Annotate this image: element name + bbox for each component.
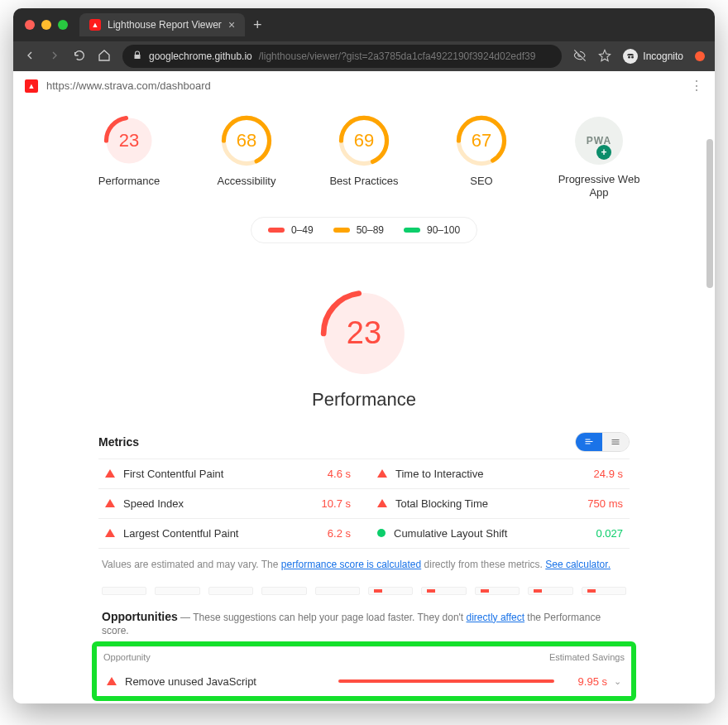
plus-icon: + [596, 145, 611, 160]
view-expanded-button[interactable] [576, 433, 602, 451]
window-controls [20, 20, 68, 30]
metric-name: Cumulative Layout Shift [394, 527, 507, 540]
screenshot-thumb[interactable] [155, 587, 199, 595]
screenshot-thumb[interactable] [102, 587, 146, 595]
page-content: ▲ https://www.strava.com/dashboard ⋮ 23 … [13, 71, 715, 703]
eye-off-icon[interactable] [573, 49, 587, 65]
incognito-icon [623, 49, 638, 64]
forward-button[interactable] [48, 49, 61, 65]
big-gauge-value: 23 [318, 288, 410, 379]
metric-name: Largest Contentful Paint [123, 527, 238, 540]
score-accessibility[interactable]: 68 Accessibility [205, 115, 288, 200]
extension-badge-icon[interactable] [695, 51, 705, 61]
score-value: 67 [456, 115, 507, 166]
bookmark-star-icon[interactable] [598, 49, 611, 65]
view-compact-button[interactable] [602, 433, 629, 451]
opportunity-name: Remove unused JavaScript [125, 675, 256, 688]
opportunities-heading: Opportunities — These suggestions can he… [98, 605, 630, 641]
triangle-red-icon [105, 529, 115, 537]
metric-name: First Contentful Paint [123, 468, 223, 480]
tab-title: Lighthouse Report Viewer [108, 19, 222, 31]
report-menu-button[interactable]: ⋮ [690, 78, 703, 94]
screenshot-thumb[interactable] [315, 587, 360, 595]
metrics-title: Metrics [98, 435, 139, 449]
browser-tab-lighthouse[interactable]: ▲ Lighthouse Report Viewer × [79, 13, 245, 36]
metric-row[interactable]: First Contentful Paint4.6 s [98, 459, 364, 488]
back-button[interactable] [23, 49, 36, 65]
report-url: https://www.strava.com/dashboard [46, 79, 211, 92]
triangle-red-icon [105, 499, 115, 507]
score-best-practices[interactable]: 69 Best Practices [323, 115, 405, 200]
metric-row[interactable]: Total Blocking Time750 ms [364, 488, 630, 518]
opportunities-columns: OpportunityEstimated Savings [97, 646, 631, 667]
browser-window: ▲ Lighthouse Report Viewer × + googlechr… [13, 8, 715, 703]
url-host: googlechrome.github.io [149, 50, 252, 62]
opportunity-row[interactable]: Defer offscreen images8.89 s⌄ [98, 701, 630, 704]
score-legend: 0–49 50–89 90–100 [13, 217, 715, 243]
metric-name: Time to Interactive [395, 468, 483, 480]
score-label: Progressive Web App [558, 173, 640, 200]
incognito-label: Incognito [643, 50, 683, 62]
metrics-panel: Metrics First Contentful Paint4.6 sTime … [95, 432, 633, 704]
close-window-button[interactable] [25, 20, 35, 30]
maximize-window-button[interactable] [58, 20, 68, 30]
screenshot-thumb[interactable] [528, 587, 572, 595]
link-directly-affect[interactable]: directly affect [467, 612, 524, 623]
score-seo[interactable]: 67 SEO [440, 115, 523, 200]
home-button[interactable] [98, 49, 111, 65]
reload-button[interactable] [73, 49, 86, 65]
metric-row[interactable]: Cumulative Layout Shift0.027 [364, 518, 630, 548]
metric-value: 6.2 s [328, 527, 351, 540]
metric-row[interactable]: Speed Index10.7 s [98, 488, 364, 518]
screenshot-thumb[interactable] [421, 587, 466, 595]
close-tab-icon[interactable]: × [228, 18, 235, 31]
screenshot-thumb[interactable] [261, 587, 306, 595]
col-savings: Estimated Savings [549, 652, 625, 662]
big-gauge-label: Performance [312, 389, 416, 411]
score-label: Performance [98, 175, 160, 188]
metric-row[interactable]: Largest Contentful Paint6.2 s [98, 518, 364, 548]
triangle-red-icon [377, 469, 387, 478]
favicon-lighthouse-icon: ▲ [89, 19, 101, 31]
link-see-calculator[interactable]: See calculator. [545, 559, 611, 570]
score-performance[interactable]: 23 Performance [88, 115, 170, 200]
screenshot-thumb[interactable] [475, 587, 520, 595]
report-url-bar: ▲ https://www.strava.com/dashboard ⋮ [13, 71, 715, 100]
screenshot-thumb[interactable] [582, 587, 626, 595]
metric-value: 750 ms [587, 497, 623, 510]
legend-mid: 50–89 [333, 224, 384, 236]
opportunity-row[interactable]: Remove unused JavaScript9.95 s⌄ [97, 667, 631, 696]
minimize-window-button[interactable] [41, 20, 51, 30]
screenshot-thumb[interactable] [368, 587, 413, 595]
metric-value: 24.9 s [594, 468, 623, 480]
score-label: SEO [470, 175, 492, 188]
col-opportunity: Opportunity [103, 652, 151, 662]
scrollbar-thumb[interactable] [706, 139, 713, 288]
triangle-red-icon [377, 499, 387, 507]
pwa-badge-text: PWA [587, 135, 611, 146]
screenshot-thumb[interactable] [208, 587, 253, 595]
incognito-indicator[interactable]: Incognito [623, 49, 683, 64]
metrics-disclaimer: Values are estimated and may vary. The p… [98, 548, 630, 580]
performance-summary: 23 Performance [13, 266, 715, 417]
metric-name: Total Blocking Time [395, 497, 488, 510]
metrics-view-toggle[interactable] [575, 432, 630, 452]
score-gauges-row: 23 Performance 68 Accessibility [13, 100, 715, 205]
triangle-red-icon [107, 677, 117, 685]
opportunity-value: 9.95 s [554, 675, 607, 688]
savings-bar [338, 679, 554, 683]
score-label: Accessibility [218, 175, 276, 188]
chevron-down-icon[interactable]: ⌄ [614, 676, 621, 687]
legend-low: 0–49 [268, 224, 314, 236]
lighthouse-icon: ▲ [25, 79, 38, 93]
metric-name: Speed Index [123, 497, 184, 510]
metric-value: 4.6 s [328, 468, 351, 480]
metric-value: 0.027 [596, 527, 623, 540]
link-score-calculated[interactable]: performance score is calculated [281, 559, 421, 570]
score-value: 68 [221, 115, 272, 166]
score-pwa[interactable]: PWA + Progressive Web App [558, 115, 640, 200]
metric-row[interactable]: Time to Interactive24.9 s [364, 459, 630, 488]
new-tab-button[interactable]: + [253, 17, 262, 34]
address-bar[interactable]: googlechrome.github.io/lighthouse/viewer… [122, 45, 562, 68]
legend-high: 90–100 [404, 224, 460, 236]
